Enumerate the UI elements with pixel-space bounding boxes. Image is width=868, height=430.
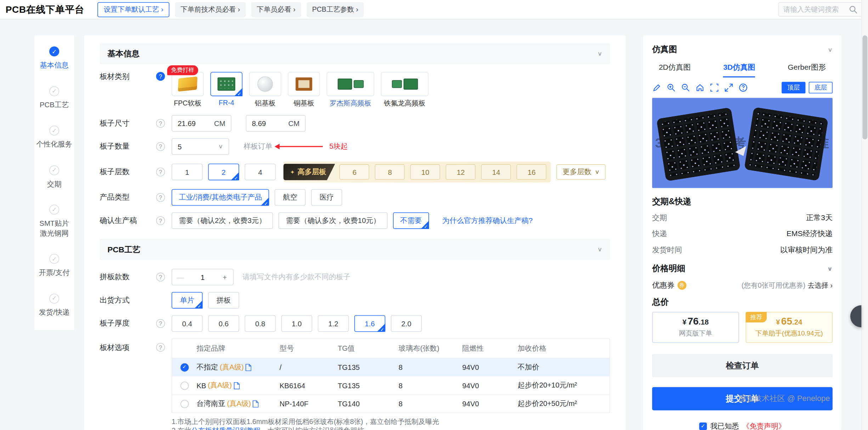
web-price-option[interactable]: ¥76.18 网页版下单 (652, 312, 739, 343)
table-row[interactable]: 台湾南亚 (真A级) NP-140F TG140 8 94V0 起步价20+50… (172, 394, 609, 413)
floating-widget[interactable] (850, 305, 861, 328)
table-row[interactable]: KB (真A级) KB6164 TG135 8 94V0 起步价20+10元/m… (172, 376, 609, 395)
nav-pcb-params[interactable]: PCB工艺参数 › (306, 2, 363, 17)
fit-view-icon[interactable] (710, 83, 719, 92)
thickness-10[interactable]: 1.0 (281, 315, 312, 332)
agree-checkbox[interactable]: ✓ (699, 423, 707, 430)
page-scrollbar[interactable] (861, 0, 868, 430)
pencil-icon[interactable] (652, 83, 662, 92)
help-icon[interactable]: ? (156, 119, 165, 128)
why-confirm-link[interactable]: 为什么官方推荐确认生产稿? (442, 216, 532, 225)
material-option-teflon[interactable]: 铁氟龙高频板 (381, 72, 428, 108)
step-lead-time[interactable]: ✓ 交期 (47, 165, 62, 189)
thickness-08[interactable]: 0.8 (245, 315, 276, 332)
fullscreen-icon[interactable] (724, 83, 734, 92)
product-type-medical[interactable]: 医疗 (311, 189, 342, 206)
chevron-down-icon[interactable]: ∨ (828, 46, 833, 53)
step-pcb-process[interactable]: ✓ PCB工艺 (40, 86, 69, 109)
assistant-price-option[interactable]: 推荐 ¥65.24 下单助手(优惠10.94元) (746, 312, 833, 343)
board-width-input[interactable]: 21.69 CM (171, 115, 231, 132)
help-icon[interactable]: ? (156, 142, 165, 151)
thickness-04[interactable]: 0.4 (171, 315, 203, 332)
tab-3d-preview[interactable]: 3D仿真图 (723, 63, 755, 78)
top-layer-button[interactable]: 顶层 (782, 82, 805, 93)
search-box[interactable] (778, 2, 863, 17)
thickness-12[interactable]: 1.2 (318, 315, 349, 332)
product-type-industrial[interactable]: 工业/消费/其他类电子产品 (171, 189, 269, 206)
material-option-aluminum[interactable]: 铝基板 (249, 72, 281, 108)
thickness-20[interactable]: 2.0 (391, 315, 422, 332)
help-icon[interactable] (738, 83, 748, 92)
basic-info-section-header[interactable]: 基本信息 ∨ (100, 43, 610, 64)
layers-option-14[interactable]: 14 (481, 164, 511, 180)
simulation-header[interactable]: 仿真图 ∨ (652, 44, 833, 55)
layers-option-6[interactable]: 6 (339, 164, 369, 180)
step-personalized-service[interactable]: ✓ 个性化服务 (36, 126, 72, 149)
home-icon[interactable] (695, 83, 705, 92)
help-icon[interactable]: ? (156, 319, 165, 328)
nav-technician-guide[interactable]: 下单前技术员必看 › (175, 2, 246, 17)
material-guide-link[interactable]: 公布板材质量识别教程 (191, 427, 260, 430)
check-order-button[interactable]: 检查订单 (652, 354, 833, 377)
price-detail-header[interactable]: 价格明细 ∨ (652, 263, 833, 274)
document-icon[interactable] (246, 363, 252, 371)
quantity-select[interactable]: 5 ∨ (171, 138, 229, 155)
radio-icon[interactable] (180, 400, 188, 408)
step-shipping[interactable]: ✓ 发货/快递 (39, 293, 70, 317)
layers-option-8[interactable]: 8 (375, 164, 405, 180)
nav-order-clerk-guide[interactable]: 下单员必看 › (251, 2, 301, 17)
help-icon[interactable]: ? (156, 343, 165, 352)
layers-option-10[interactable]: 10 (410, 164, 440, 180)
document-icon[interactable] (233, 382, 239, 389)
panel-count-value[interactable]: 1 (189, 273, 216, 281)
bottom-layer-button[interactable]: 底层 (809, 82, 833, 93)
step-basic-info[interactable]: ✓ 基本信息 (40, 46, 69, 70)
ship-mode-single[interactable]: 单片 (171, 292, 203, 309)
document-icon[interactable] (253, 400, 259, 407)
search-input[interactable] (783, 6, 845, 13)
layers-option-16[interactable]: 16 (517, 164, 546, 180)
confirm-none-option[interactable]: 不需要 (393, 212, 429, 229)
layers-option-1[interactable]: 1 (171, 164, 203, 180)
help-icon[interactable]: ? (156, 273, 165, 281)
step-invoice-payment[interactable]: ✓ 开票/支付 (39, 254, 70, 277)
ship-mode-panel[interactable]: 拼板 (208, 292, 239, 309)
material-option-fr4[interactable]: FR-4 (210, 72, 243, 107)
material-option-rogers[interactable]: 罗杰斯高频板 (327, 72, 374, 108)
material-option-copper[interactable]: 铜基板 (288, 72, 320, 108)
help-icon[interactable]: ? (156, 193, 165, 202)
tab-gerber-preview[interactable]: Gerber图形 (788, 63, 826, 78)
decrement-button[interactable]: — (172, 273, 189, 281)
chevron-down-icon[interactable]: ∨ (597, 246, 602, 253)
scrollbar-thumb[interactable] (862, 35, 867, 139)
confirm-multi-option[interactable]: 需要（确认多次，收费10元） (279, 212, 388, 229)
radio-checked-icon[interactable] (180, 363, 188, 371)
layers-option-12[interactable]: 12 (446, 164, 475, 180)
more-layers-button[interactable]: 更多层数 ∨ (557, 164, 606, 180)
step-smt-stencil[interactable]: ✓ SMT贴片激光钢网 (39, 205, 69, 238)
thickness-16[interactable]: 1.6 (354, 315, 385, 332)
help-icon[interactable]: ? (156, 72, 165, 81)
zoom-in-icon[interactable] (666, 83, 676, 92)
chevron-down-icon[interactable]: ∨ (827, 265, 833, 272)
increment-button[interactable]: + (216, 273, 233, 281)
confirm-once-option[interactable]: 需要（确认2次，收费3元） (171, 212, 273, 229)
choose-coupon-link[interactable]: 去选择 › (807, 281, 833, 290)
chevron-down-icon[interactable]: ∨ (597, 50, 602, 57)
radio-icon[interactable] (180, 381, 188, 389)
pcb-process-section-header[interactable]: PCB工艺 ∨ (100, 239, 610, 260)
layers-option-4[interactable]: 4 (245, 164, 276, 180)
zoom-out-icon[interactable] (681, 83, 691, 92)
set-default-process-button[interactable]: 设置下单默认工艺 › (98, 2, 170, 17)
help-icon[interactable]: ? (156, 216, 165, 225)
layers-option-2[interactable]: 2 (208, 164, 239, 180)
tab-2d-preview[interactable]: 2D仿真图 (659, 63, 691, 78)
table-row[interactable]: 不指定 (真A级) / TG135 8 94V0 不加价 (172, 358, 609, 376)
board-height-input[interactable]: 8.69 CM (246, 115, 306, 132)
material-option-fpc[interactable]: 免费打样 FPC软板 (171, 72, 204, 108)
disclaimer-link[interactable]: 《免责声明》 (742, 422, 785, 430)
help-icon[interactable]: ? (156, 167, 165, 176)
thickness-06[interactable]: 0.6 (208, 315, 239, 332)
3d-preview-image[interactable]: 3D 图仅供参考，以实物为准 (652, 98, 833, 188)
product-type-aviation[interactable]: 航空 (275, 189, 306, 206)
